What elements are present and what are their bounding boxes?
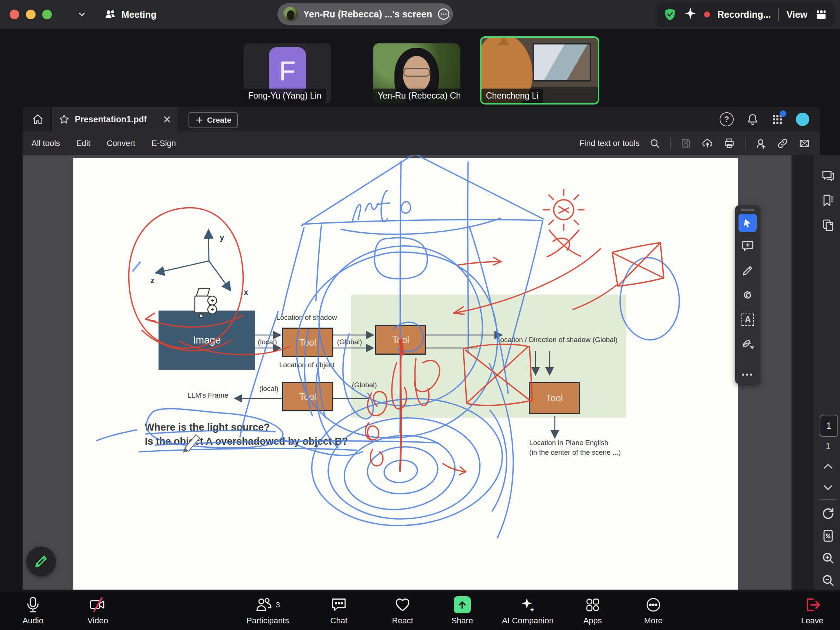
chat-label: Chat [330, 616, 347, 625]
react-button[interactable]: React [383, 592, 422, 630]
menu-edit[interactable]: Edit [76, 139, 90, 148]
apps-waffle-icon[interactable] [772, 113, 783, 125]
share-button[interactable]: Share [443, 592, 482, 630]
chevron-down-icon[interactable] [77, 9, 87, 19]
comments-icon[interactable] [821, 169, 835, 183]
create-button[interactable]: Create [188, 112, 238, 128]
drag-handle[interactable] [741, 209, 755, 211]
leave-button[interactable]: Leave [792, 592, 832, 630]
tool-box-2: Tool [375, 325, 426, 355]
audio-button[interactable]: Audio [13, 592, 53, 630]
pencil-tool-icon[interactable] [741, 264, 755, 277]
add-person-icon[interactable] [755, 138, 767, 149]
audio-label: Audio [22, 616, 43, 625]
chevron-up-icon[interactable] [823, 462, 837, 476]
page-number: 1 [827, 421, 832, 431]
label-location-of-object: Location of object [279, 361, 335, 369]
minimize-traffic-light[interactable] [26, 9, 36, 19]
more-button[interactable]: More [634, 592, 673, 630]
participant-tile-active[interactable]: Chencheng Li [480, 36, 599, 104]
document-tab[interactable]: Presentation1.pdf [52, 107, 179, 131]
zoom-in-icon[interactable] [821, 551, 835, 565]
apps-button[interactable]: Apps [573, 592, 612, 630]
zoom-titlebar: Meeting Yen-Ru (Rebecca) ...'s screen Re… [0, 0, 840, 29]
home-icon[interactable] [32, 113, 44, 126]
share-upload-icon[interactable] [701, 138, 714, 149]
recording-label: Recording... [717, 9, 771, 20]
view-label[interactable]: View [786, 9, 807, 20]
account-avatar[interactable] [796, 112, 809, 126]
add-comment-icon[interactable] [741, 239, 755, 253]
chevron-down-icon[interactable] [823, 484, 837, 498]
chat-icon [331, 595, 347, 614]
menu-convert[interactable]: Convert [107, 139, 135, 148]
label-local-2: (local) [259, 385, 278, 393]
fit-page-icon[interactable] [821, 529, 835, 543]
search-icon[interactable] [649, 138, 660, 149]
chat-button[interactable]: Chat [319, 592, 358, 630]
label-local-1: (local) [258, 338, 277, 346]
bookmarks-icon[interactable] [821, 193, 835, 207]
rotate-refresh-icon[interactable] [821, 507, 835, 521]
recording-dot [704, 11, 710, 17]
avatar: F [269, 47, 306, 95]
label-global-1: (Global) [337, 338, 362, 346]
participants-button[interactable]: 3 Participants [240, 592, 295, 630]
close-traffic-light[interactable] [9, 9, 19, 19]
notifications-bell-icon[interactable] [746, 112, 759, 126]
zoom-out-icon[interactable] [821, 573, 835, 587]
more-tools-icon[interactable]: ••• [735, 370, 760, 380]
label-shadow-global: Location / Direction of shadow (Global) [496, 336, 617, 344]
save-icon[interactable] [681, 138, 692, 149]
question-2: Is the object A overshadowed by object B… [145, 436, 348, 447]
participants-icon: 3 [256, 595, 280, 614]
share-screen-icon [454, 596, 471, 613]
create-label: Create [207, 116, 231, 125]
video-label: Video [87, 616, 108, 625]
acrobat-window: Presentation1.pdf Create ? All tools Edi… [22, 107, 819, 590]
security-shield-icon[interactable] [663, 8, 677, 22]
more-label: More [644, 616, 663, 625]
loupe-curve-icon[interactable] [741, 288, 755, 302]
select-tool-button[interactable] [739, 214, 757, 232]
participant-tile[interactable]: Yen-Ru (Rebecca) Chen [373, 43, 459, 103]
page-thumbnail-current[interactable]: 1 [819, 415, 838, 437]
participant-tile[interactable]: F Fong-Yu (Yang) Lin [244, 43, 331, 103]
quick-tools-palette: A ••• [735, 205, 760, 384]
email-icon[interactable] [798, 138, 811, 149]
document-canvas[interactable]: y z x Image Tool Tool Tool Tool Location… [22, 155, 791, 590]
acrobat-tabbar: Presentation1.pdf Create ? [22, 107, 819, 131]
find-label[interactable]: Find text or tools [579, 139, 639, 148]
sparkle-icon[interactable] [684, 7, 697, 22]
ai-companion-button[interactable]: AI Companion [496, 592, 559, 630]
annotate-pencil-button[interactable] [26, 547, 56, 576]
fill-sign-icon[interactable] [741, 337, 755, 351]
highlight-zone [351, 294, 626, 418]
print-icon[interactable] [723, 138, 735, 149]
label-plane-english-1: Location in Plane English [529, 439, 608, 447]
question-glyph: ? [724, 114, 729, 124]
close-tab-icon[interactable] [162, 114, 172, 124]
acrobat-right-sidebar: 1 1 [814, 155, 840, 590]
leave-door-icon [804, 595, 821, 614]
ellipsis-circle-icon[interactable] [437, 8, 450, 21]
ai-companion-label: AI Companion [502, 616, 553, 625]
shared-screen-pill[interactable]: Yen-Ru (Rebecca) ...'s screen [278, 3, 453, 25]
menu-esign[interactable]: E-Sign [152, 139, 176, 148]
label-location-of-shadow: Location of shadow [276, 313, 337, 322]
tool-box-3: Tool [282, 382, 333, 412]
label-llm-frame: LLM's Frame [188, 391, 228, 399]
apps-icon [585, 595, 600, 614]
link-icon[interactable] [777, 138, 788, 149]
notification-dot [780, 111, 786, 117]
pages-icon[interactable] [821, 218, 835, 233]
text-select-icon[interactable]: A [741, 313, 755, 326]
fullscreen-traffic-light[interactable] [42, 9, 52, 19]
video-button[interactable]: Video [77, 592, 118, 630]
heart-icon [395, 595, 411, 614]
ai-sparkle-icon [519, 595, 536, 614]
help-icon[interactable]: ? [720, 112, 734, 127]
menu-all-tools[interactable]: All tools [32, 139, 60, 148]
view-grid-icon[interactable] [815, 8, 827, 21]
favorite-star-icon[interactable] [58, 114, 69, 125]
